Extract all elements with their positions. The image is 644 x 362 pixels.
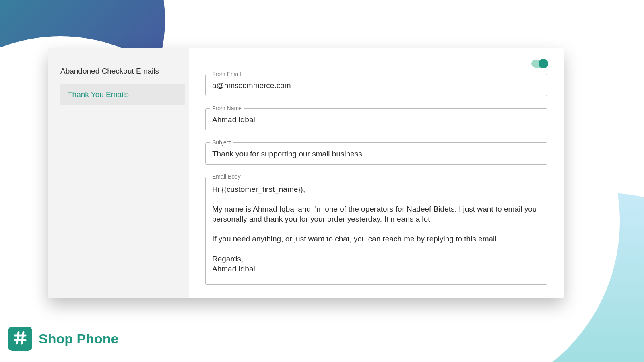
settings-card: Abandoned Checkout Emails Thank You Emai…: [48, 48, 564, 298]
sidebar: Abandoned Checkout Emails Thank You Emai…: [48, 48, 189, 298]
email-body-field: Email Body Hi {{customer_first_name}}, M…: [205, 173, 547, 285]
sidebar-item-abandoned-checkout-emails[interactable]: Abandoned Checkout Emails: [48, 60, 189, 82]
toggle-knob: [539, 59, 548, 68]
subject-field: Subject: [205, 139, 547, 165]
enable-toggle[interactable]: [531, 60, 547, 68]
brand-footer: Shop Phone: [8, 327, 118, 351]
from-email-label: From Email: [210, 71, 244, 77]
from-name-input[interactable]: [206, 111, 547, 130]
from-name-field: From Name: [205, 105, 547, 130]
subject-label: Subject: [210, 139, 233, 146]
svg-line-3: [22, 332, 23, 343]
toggle-row: [205, 60, 547, 68]
brand-logo-badge: [8, 327, 32, 351]
sidebar-item-thank-you-emails[interactable]: Thank You Emails: [60, 84, 185, 105]
from-email-field: From Email: [205, 71, 547, 96]
email-body-label: Email Body: [210, 173, 243, 180]
email-body-input[interactable]: Hi {{customer_first_name}}, My name is A…: [206, 180, 547, 284]
from-email-input[interactable]: [206, 77, 547, 96]
svg-line-2: [17, 332, 19, 343]
subject-input[interactable]: [206, 146, 547, 164]
brand-name: Shop Phone: [39, 331, 118, 347]
hash-icon: [12, 330, 28, 348]
content-panel: From Email From Name Subject Email Body …: [189, 48, 564, 298]
from-name-label: From Name: [210, 105, 244, 111]
